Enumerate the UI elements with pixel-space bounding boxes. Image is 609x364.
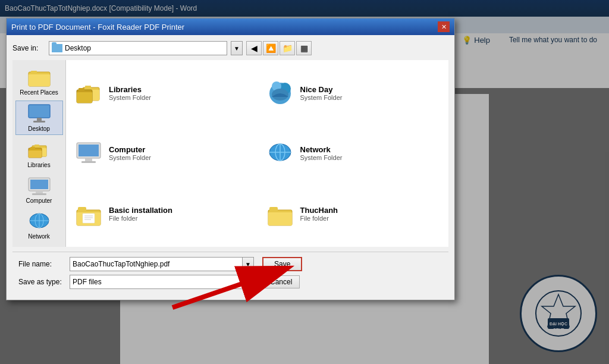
file-icon-nicday <box>266 79 294 108</box>
svg-rect-8 <box>29 105 50 118</box>
file-type-computer: System Folder <box>109 154 151 161</box>
svg-rect-6 <box>29 74 50 86</box>
file-item-basic-installation[interactable]: Basic installation File folder <box>72 187 252 241</box>
file-info-libraries: Libraries System Folder <box>109 85 151 101</box>
toolbar-buttons: ◀ 🔼 📁 ▦ <box>246 41 312 55</box>
file-type-libraries: System Folder <box>109 94 151 101</box>
svg-rect-46 <box>83 214 95 223</box>
file-name-thuchanh: ThucHanh <box>300 206 338 215</box>
svg-rect-19 <box>36 191 43 193</box>
file-info-thuchanh: ThucHanh File folder <box>300 206 338 222</box>
file-type-basic-installation: File folder <box>109 215 172 222</box>
file-icon-network <box>266 139 294 168</box>
print-dialog: Print to PDF Document - Foxit Reader PDF… <box>6 18 455 300</box>
dialog-main: Recent Places Desktop <box>12 60 448 247</box>
svg-rect-51 <box>268 212 292 225</box>
svg-rect-20 <box>32 193 46 195</box>
folder-icon-small <box>52 44 62 52</box>
file-icon-libraries <box>74 79 103 108</box>
svg-rect-30 <box>79 88 84 92</box>
sidebar-label-computer: Computer <box>26 197 52 204</box>
dialog-close-button[interactable]: ✕ <box>438 21 450 32</box>
computer-icon <box>27 175 51 196</box>
file-item-nicday[interactable]: Nice Day System Folder <box>263 66 443 120</box>
svg-rect-7 <box>31 71 37 74</box>
svg-rect-9 <box>37 118 42 121</box>
file-icon-thuchanh <box>266 199 294 228</box>
footer-buttons: Save <box>262 257 302 271</box>
file-name-nicday: Nice Day <box>300 85 343 94</box>
file-name-label: File name: <box>18 260 66 268</box>
desktop-icon <box>27 103 51 124</box>
file-item-thuchanh[interactable]: ThucHanh File folder <box>263 187 443 241</box>
sidebar-item-network[interactable]: Network <box>15 209 63 242</box>
filename-arrow[interactable]: ▼ <box>242 257 254 271</box>
save-in-bar: Save in: Desktop ▼ ◀ 🔼 📁 ▦ <box>12 41 448 55</box>
sidebar: Recent Places Desktop <box>12 60 66 247</box>
libraries-icon <box>27 140 51 160</box>
network-icon <box>27 211 51 231</box>
footer-row-saveas: Save as type: ▼ Cancel <box>18 275 442 289</box>
dialog-body: Save in: Desktop ▼ ◀ 🔼 📁 ▦ <box>7 35 454 300</box>
svg-rect-10 <box>33 121 45 123</box>
file-name-basic-installation: Basic installation <box>109 206 172 215</box>
file-name-computer: Computer <box>109 145 151 154</box>
dialog-title: Print to PDF Document - Foxit Reader PDF… <box>11 23 184 32</box>
saveas-arrow[interactable]: ▼ <box>242 275 254 289</box>
save-as-input-wrap: ▼ <box>70 275 254 289</box>
save-in-dropdown[interactable]: Desktop <box>49 41 227 55</box>
sidebar-label-desktop: Desktop <box>28 125 50 132</box>
save-in-label: Save in: <box>12 44 45 52</box>
svg-rect-37 <box>85 158 92 161</box>
file-name-input[interactable] <box>70 257 242 271</box>
sidebar-label-libraries: Libraries <box>27 162 50 168</box>
file-name-network: Network <box>300 145 343 154</box>
file-item-computer[interactable]: Computer System Folder <box>72 126 252 180</box>
recent-places-icon <box>27 67 51 87</box>
file-info-computer: Computer System Folder <box>109 145 151 161</box>
up-button[interactable]: 🔼 <box>263 41 278 55</box>
save-button[interactable]: Save <box>262 257 302 271</box>
svg-rect-18 <box>30 180 48 189</box>
save-as-label: Save as type: <box>18 278 66 286</box>
sidebar-item-computer[interactable]: Computer <box>15 173 63 206</box>
new-folder-button[interactable]: 📁 <box>280 41 295 55</box>
footer-row-filename: File name: ▼ Save <box>18 257 442 271</box>
svg-rect-36 <box>79 145 99 156</box>
sidebar-item-desktop[interactable]: Desktop <box>15 101 63 135</box>
file-type-thuchanh: File folder <box>300 215 338 222</box>
back-button[interactable]: ◀ <box>246 41 262 55</box>
save-in-value: Desktop <box>65 44 224 52</box>
cancel-button[interactable]: Cancel <box>262 275 300 288</box>
svg-rect-38 <box>81 161 96 163</box>
svg-rect-27 <box>85 86 91 90</box>
sidebar-label-network: Network <box>28 233 50 240</box>
dialog-footer: File name: ▼ Save Save as type: ▼ Cancel <box>12 252 448 294</box>
file-item-libraries[interactable]: Libraries System Folder <box>72 66 252 120</box>
file-name-input-wrap: ▼ <box>70 257 254 271</box>
svg-rect-29 <box>77 92 92 103</box>
file-grid: Libraries System Folder Nice Day <box>66 60 448 247</box>
svg-rect-16 <box>30 147 35 150</box>
svg-rect-45 <box>78 207 86 212</box>
sidebar-item-libraries[interactable]: Libraries <box>15 137 63 171</box>
svg-rect-52 <box>269 207 278 212</box>
file-info-basic-installation: Basic installation File folder <box>109 206 172 222</box>
view-button[interactable]: ▦ <box>296 41 312 55</box>
svg-rect-15 <box>29 150 42 158</box>
save-as-input[interactable] <box>70 275 242 289</box>
file-icon-computer <box>74 139 103 168</box>
dialog-title-bar: Print to PDF Document - Foxit Reader PDF… <box>7 18 454 35</box>
svg-rect-13 <box>34 145 39 148</box>
sidebar-label-recent: Recent Places <box>20 89 58 96</box>
file-type-network: System Folder <box>300 154 343 161</box>
file-info-network: Network System Folder <box>300 145 343 161</box>
file-info-nicday: Nice Day System Folder <box>300 85 343 101</box>
file-item-network[interactable]: Network System Folder <box>263 126 443 180</box>
file-name-libraries: Libraries <box>109 85 151 94</box>
save-in-arrow[interactable]: ▼ <box>231 41 243 55</box>
file-icon-basic-installation <box>74 199 103 228</box>
footer-cancel-group: Cancel <box>262 275 300 288</box>
file-type-nicday: System Folder <box>300 94 343 101</box>
sidebar-item-recent-places[interactable]: Recent Places <box>15 65 63 98</box>
